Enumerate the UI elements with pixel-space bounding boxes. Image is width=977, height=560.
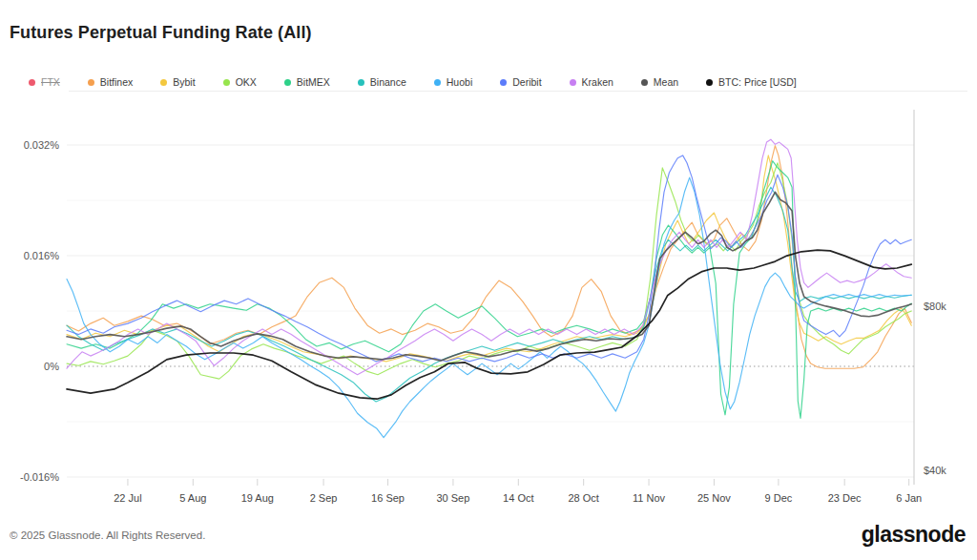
legend-item-binance[interactable]: Binance [358,76,406,88]
x-axis-label: 5 Aug [179,492,206,504]
chart-area[interactable]: 0.032%0.016%0%-0.016%$80k$40k22 Jul5 Aug… [0,95,977,520]
y-left-label: -0.016% [20,471,59,483]
legend-color-dot [500,79,507,86]
y-left-label: 0% [44,361,59,372]
series-group [67,139,911,438]
legend-label: Deribit [512,76,541,88]
x-axis-label: 25 Nov [697,492,731,504]
legend-item-bitfinex[interactable]: Bitfinex [88,76,133,88]
legend-label: Mean [654,76,678,88]
y-left-label: 0.032% [24,139,60,151]
legend-color-dot [641,79,648,86]
x-axis-label: 22 Jul [114,492,141,504]
series-line-btc-price-usd [67,250,911,399]
y-left-label: 0.016% [24,250,60,261]
x-axis-label: 23 Dec [828,492,862,504]
footer: © 2025 Glassnode. All Rights Reserved. g… [0,520,977,560]
legend-item-kraken[interactable]: Kraken [570,76,613,88]
x-axis-label: 2 Sep [310,492,338,504]
legend-color-dot [284,79,291,86]
legend-divider [69,91,967,92]
x-axis-label: 9 Dec [765,492,793,504]
legend-item-ftx[interactable]: FTX [29,76,60,88]
y-right-label: $40k [924,465,946,476]
page-title: Futures Perpetual Funding Rate (All) [10,23,312,43]
copyright-text: © 2025 Glassnode. All Rights Reserved. [10,529,205,541]
series-line-bitmex [67,161,911,419]
legend-color-dot [223,79,230,86]
legend-item-bitmex[interactable]: BitMEX [284,76,330,88]
legend-label: Kraken [582,76,613,88]
legend-item-bybit[interactable]: Bybit [160,76,195,88]
funding-rate-dashboard: Futures Perpetual Funding Rate (All) FTX… [0,0,977,560]
legend-label: BTC: Price [USD] [718,76,797,88]
legend-color-dot [570,79,576,86]
x-axis-label: 14 Oct [503,492,533,504]
y-right-label: $80k [924,301,946,312]
legend-color-dot [160,79,167,86]
legend-label: FTX [41,76,60,88]
funding-rate-chart[interactable]: 0.032%0.016%0%-0.016%$80k$40k22 Jul5 Aug… [0,95,977,520]
legend-color-dot [88,79,94,86]
x-axis-label: 11 Nov [633,492,666,504]
legend-item-deribit[interactable]: Deribit [500,76,541,88]
legend-item-btc-price-usd[interactable]: BTC: Price [USD] [706,76,797,88]
legend-label: Binance [370,76,406,88]
legend-item-okx[interactable]: OKX [223,76,257,88]
legend-item-huobi[interactable]: Huobi [434,76,472,88]
legend-label: OKX [236,76,257,88]
legend-label: Bitfinex [100,76,133,88]
x-axis-label: 6 Jan [896,492,922,504]
legend-color-dot [358,79,364,86]
legend-color-dot [434,79,441,86]
chart-legend: FTXBitfinexBybitOKXBitMEXBinanceHuobiDer… [29,74,969,90]
legend-label: Huobi [447,76,472,88]
legend-label: BitMEX [297,76,330,88]
legend-label: Bybit [173,76,195,88]
x-axis-label: 16 Sep [371,492,405,504]
legend-color-dot [706,79,713,86]
x-axis-label: 19 Aug [241,492,274,504]
legend-item-mean[interactable]: Mean [641,76,678,88]
x-axis-label: 28 Oct [568,492,598,504]
x-axis-label: 30 Sep [436,492,469,504]
glassnode-logo: glassnode [862,522,966,548]
legend-color-dot [29,79,35,86]
